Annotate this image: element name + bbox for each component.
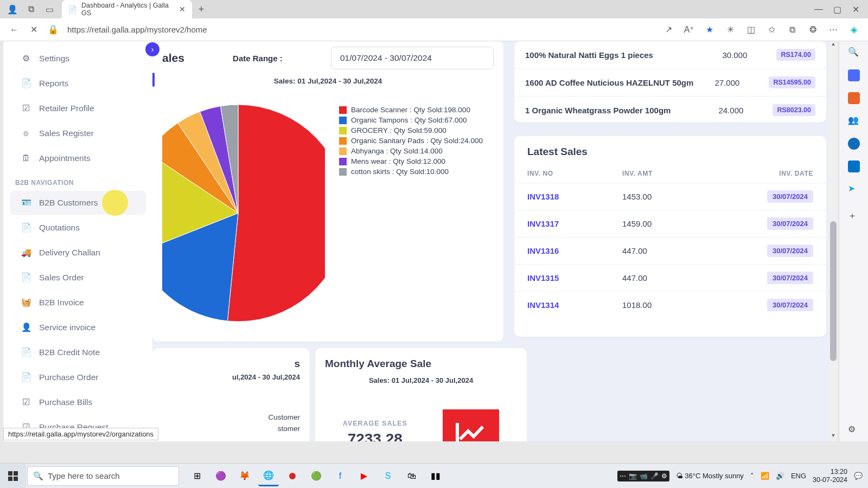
scroll-up-icon[interactable]: ▲ (829, 41, 838, 50)
legend-item[interactable]: Barcode Scanner : Qty Sold:198.000 (339, 105, 483, 115)
card-title: Latest Sales (514, 146, 826, 164)
weather-widget[interactable]: 🌤 36°C Mostly sunny (676, 472, 744, 480)
vertical-scrollbar[interactable]: ▲ ▼ (829, 41, 838, 441)
sidebar-item-settings[interactable]: ⚙Settings (10, 47, 146, 70)
product-row: 1 Organic Wheatgrass Powder 100gm24.000R… (514, 97, 826, 124)
sidebar-item-service-invoice[interactable]: 👤Service invoice (10, 316, 146, 339)
legend-item[interactable]: Organic Tampons : Qty Sold:67.000 (339, 115, 483, 125)
legend-item[interactable]: Abhyanga : Qty Sold:14.000 (339, 146, 483, 156)
invoice-amount: 1018.00 (622, 300, 717, 310)
sidebar-item-retailer-profile[interactable]: ☑Retailer Profile (10, 97, 146, 120)
invoice-amount: 1459.00 (622, 219, 717, 228)
profile-icon[interactable]: 👤 (3, 1, 22, 17)
extensions-icon[interactable]: ✳ (720, 20, 740, 40)
url-field[interactable]: https://retail.galla.app/mystorev2/home (63, 25, 659, 34)
shopping-icon[interactable] (848, 92, 860, 104)
volume-icon[interactable]: 🔊 (776, 472, 784, 480)
clock[interactable]: 13:20 30-07-2024 (813, 468, 847, 484)
sidebar-collapse-button[interactable]: › (145, 42, 159, 56)
read-aloud-icon[interactable]: A⁺ (679, 20, 699, 40)
browser-essentials-icon[interactable]: ❂ (803, 20, 822, 40)
maximize-icon[interactable]: ▢ (828, 1, 846, 17)
favorites-bar-icon[interactable]: ✩ (762, 20, 781, 40)
trend-icon (443, 409, 499, 441)
sidebar-item-purchase-bills[interactable]: ☑Purchase Bills (10, 390, 146, 414)
legend-item[interactable]: GROCERY : Qty Sold:59.000 (339, 125, 483, 136)
facebook-icon[interactable]: f (330, 466, 350, 486)
copilot-icon[interactable]: ◈ (844, 20, 864, 40)
invoice-amount: 447.00 (622, 273, 717, 282)
people-icon[interactable]: 👥 (848, 115, 860, 127)
browser-tab[interactable]: 📄 Dashboard - Analytics | Galla GS ✕ (62, 0, 192, 18)
send-icon[interactable]: ➤ (848, 183, 860, 195)
chrome-icon[interactable]: 🟢 (306, 466, 327, 486)
edge-icon[interactable]: 🌐 (258, 466, 279, 486)
language-indicator[interactable]: ENG (791, 472, 806, 480)
stop-button[interactable]: ✕ (24, 20, 43, 40)
workspaces-icon[interactable]: ⧉ (22, 1, 40, 17)
outlook-icon[interactable] (848, 160, 860, 172)
task-view-icon[interactable]: ⊞ (187, 466, 207, 486)
basket-icon: 🧺 (21, 297, 31, 308)
tray-chevron-icon[interactable]: ˄ (750, 472, 754, 480)
search-icon: 🔍 (33, 471, 43, 481)
open-external-icon[interactable]: ↗ (659, 20, 678, 40)
invoice-link[interactable]: INV1316 (527, 246, 559, 255)
firefox-icon[interactable]: 🦊 (234, 466, 255, 486)
minimize-icon[interactable]: — (809, 1, 828, 17)
invoice-link[interactable]: INV1317 (527, 219, 559, 228)
sidebar-item-b2b-invoice[interactable]: 🧺B2B Invoice (10, 291, 146, 314)
new-tab-button[interactable]: + (192, 4, 210, 15)
split-screen-icon[interactable]: ◫ (741, 20, 761, 40)
sidebar-item-label: Delivery Challan (39, 248, 100, 258)
copilot-taskbar-icon[interactable]: 🟣 (210, 466, 231, 486)
network-icon[interactable]: 📶 (761, 472, 769, 480)
back-button[interactable]: ← (4, 20, 24, 40)
tab-actions-icon[interactable]: ▭ (40, 1, 59, 17)
settings-icon[interactable]: ⚙ (848, 424, 860, 436)
col-header-invno: INV. NO (527, 170, 622, 177)
svg-rect-4 (14, 477, 18, 481)
invoice-link[interactable]: INV1315 (527, 273, 559, 282)
close-icon[interactable]: ✕ (179, 5, 186, 14)
favorite-icon[interactable]: ★ (700, 20, 719, 40)
chart-subtitle: Sales: 01 Jul,2024 - 30 Jul,2024 (162, 77, 494, 85)
invoice-link[interactable]: INV1314 (527, 300, 559, 310)
invoice-date: 30/07/2024 (767, 190, 813, 203)
edge-tool-icon[interactable] (848, 69, 860, 81)
store-icon[interactable]: 🛍 (401, 466, 422, 486)
scroll-down-icon[interactable]: ▼ (829, 433, 838, 441)
legend-item[interactable]: cotton skirts : Qty Sold:10.000 (339, 166, 483, 177)
more-icon[interactable]: ⋯ (824, 20, 843, 40)
taskbar-search[interactable]: 🔍Type here to search (27, 466, 179, 486)
date-range-input[interactable]: 01/07/2024 - 30/07/2024 (331, 47, 494, 69)
notifications-icon[interactable]: 💬 (854, 472, 863, 480)
collections-icon[interactable]: ⧉ (782, 20, 802, 40)
app-icon[interactable]: ▮▮ (425, 466, 446, 486)
sidebar-item-reports[interactable]: 📄Reports (10, 72, 146, 95)
search-icon[interactable]: 🔍 (848, 47, 860, 59)
sidebar-item-appointments[interactable]: 🗓Appointments (10, 146, 146, 170)
invoice-amount: 1453.00 (622, 192, 717, 201)
invoice-link[interactable]: INV1318 (527, 192, 559, 201)
legend-item[interactable]: Mens wear : Qty Sold:12.000 (339, 156, 483, 166)
sidebar-item-b2b-customers[interactable]: 🪪 B2B Customers (10, 191, 146, 215)
sidebar-item-quotations[interactable]: 📄Quotations (10, 216, 146, 240)
scrollbar-thumb[interactable] (830, 221, 837, 361)
start-button[interactable] (0, 464, 26, 489)
youtube-icon[interactable]: ▶ (354, 466, 374, 486)
recording-controls[interactable]: ⋯📷📹🎤⚙ (617, 471, 669, 481)
plus-icon[interactable]: ＋ (848, 210, 860, 222)
sidebar-item-purchase-order[interactable]: 📄Purchase Order (10, 365, 146, 389)
skype-icon[interactable]: S (378, 466, 398, 486)
sidebar-item-delivery-challan[interactable]: 🚚Delivery Challan (10, 241, 146, 265)
sidebar-item-sales-register[interactable]: ⌾Sales Register (10, 121, 146, 145)
office-icon[interactable] (848, 138, 860, 150)
sidebar-item-sales-order[interactable]: 📄Sales Order (10, 266, 146, 290)
legend-item[interactable]: Organic Sanitary Pads : Qty Sold:24.000 (339, 136, 483, 146)
sidebar-item-b2b-credit-note[interactable]: 📄B2B Credit Note (10, 341, 146, 364)
site-info-icon[interactable]: 🔒 (43, 20, 63, 40)
product-name: 1600 AD Coffee Nuticious HAZELNUT 50gm (525, 78, 714, 87)
record-icon[interactable] (282, 466, 303, 486)
close-window-icon[interactable]: ✕ (846, 1, 865, 17)
